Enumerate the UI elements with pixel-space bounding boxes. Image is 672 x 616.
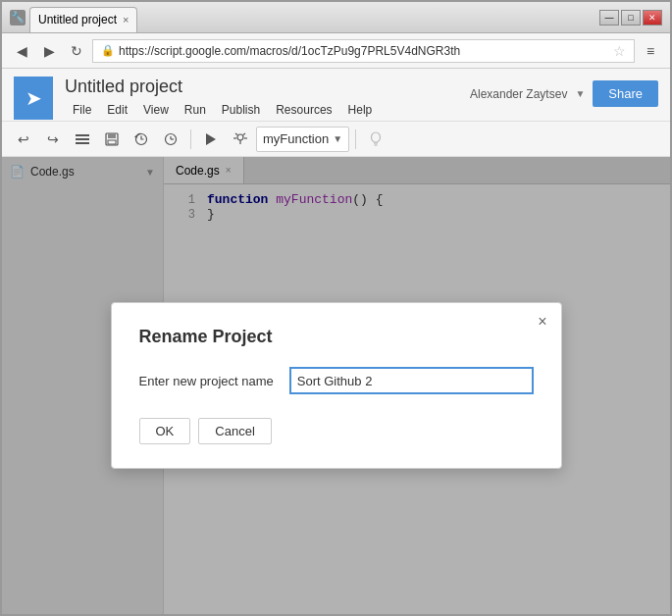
modal-label: Enter new project name (139, 374, 274, 388)
close-button[interactable]: ✕ (643, 10, 662, 26)
save-button[interactable] (98, 126, 126, 153)
ok-button[interactable]: OK (139, 418, 191, 444)
modal-close-button[interactable]: × (538, 313, 546, 331)
app-area: ➤ Untitled project File Edit View Run Pu… (2, 69, 670, 614)
tab-close-icon[interactable]: × (123, 14, 129, 26)
user-name: Alexander Zaytsev (470, 87, 567, 101)
address-bar[interactable]: 🔒 https://script.google.com/macros/d/1oc… (92, 39, 635, 63)
header-right: Alexander Zaytsev ▼ Share (470, 77, 658, 107)
toolbar: ↩ ↪ myFunction ▼ (2, 122, 670, 157)
modal-title: Rename Project (139, 327, 534, 347)
app-logo: ➤ (14, 77, 53, 120)
window-controls: — □ ✕ (599, 10, 662, 26)
svg-rect-0 (76, 134, 89, 136)
user-dropdown-icon[interactable]: ▼ (575, 88, 585, 99)
run-button[interactable] (197, 126, 225, 153)
svg-rect-2 (76, 142, 89, 144)
menu-publish[interactable]: Publish (214, 99, 268, 121)
maximize-button[interactable]: □ (621, 10, 641, 26)
app-title: Untitled project (65, 77, 470, 97)
menu-help[interactable]: Help (340, 99, 381, 121)
app-header: ➤ Untitled project File Edit View Run Pu… (2, 69, 670, 122)
svg-rect-5 (108, 140, 116, 144)
nav-bar: ◀ ▶ ↻ 🔒 https://script.google.com/macros… (2, 33, 670, 69)
lock-icon: 🔒 (101, 44, 115, 57)
undo-button[interactable]: ↩ (10, 126, 37, 153)
title-bar: 🔧 Untitled project × — □ ✕ (2, 2, 670, 33)
function-name: myFunction (263, 131, 329, 146)
toolbar-separator-2 (355, 129, 356, 149)
function-dropdown-icon: ▼ (333, 133, 342, 144)
svg-rect-4 (108, 133, 116, 138)
browser-window: 🔧 Untitled project × — □ ✕ ◀ ▶ ↻ 🔒 https… (0, 0, 672, 616)
back-button[interactable]: ◀ (10, 39, 33, 63)
project-name-input[interactable] (289, 367, 534, 394)
modal-buttons: OK Cancel (139, 418, 534, 444)
browser-icon: 🔧 (10, 10, 26, 26)
svg-marker-11 (206, 133, 216, 145)
modal-field: Enter new project name (139, 367, 534, 394)
toolbar-separator (190, 129, 191, 149)
svg-point-18 (372, 132, 381, 142)
more-button[interactable]: ≡ (639, 39, 662, 63)
debug-button[interactable] (227, 126, 254, 153)
list-button[interactable] (69, 126, 96, 153)
svg-line-17 (243, 133, 245, 135)
app-title-section: Untitled project File Edit View Run Publ… (65, 77, 470, 121)
function-selector[interactable]: myFunction ▼ (256, 127, 349, 152)
menu-file[interactable]: File (65, 99, 99, 121)
history-button[interactable] (128, 126, 155, 153)
svg-line-16 (235, 133, 237, 135)
menu-run[interactable]: Run (177, 99, 214, 121)
svg-point-12 (237, 134, 243, 140)
forward-button[interactable]: ▶ (37, 39, 61, 63)
menu-resources[interactable]: Resources (268, 99, 339, 121)
url-text: https://script.google.com/macros/d/1ocTz… (119, 44, 609, 58)
minimize-button[interactable]: — (599, 10, 619, 26)
browser-tab[interactable]: Untitled project × (29, 7, 137, 32)
menu-view[interactable]: View (135, 99, 177, 121)
rename-modal: × Rename Project Enter new project name … (111, 302, 562, 469)
star-icon: ☆ (613, 43, 626, 59)
redo-button[interactable]: ↪ (39, 126, 67, 153)
svg-rect-1 (76, 138, 89, 140)
reload-button[interactable]: ↻ (65, 39, 88, 63)
modal-overlay: × Rename Project Enter new project name … (2, 157, 670, 614)
ide-body: 📄 Code.gs ▼ Code.gs × 1 function myFunct (2, 157, 670, 614)
app-menu: File Edit View Run Publish Resources Hel… (65, 99, 470, 121)
clock-button[interactable] (157, 126, 184, 153)
tab-title: Untitled project (38, 13, 117, 26)
bulb-button[interactable] (362, 126, 389, 153)
cancel-button[interactable]: Cancel (198, 418, 271, 444)
menu-edit[interactable]: Edit (99, 99, 135, 121)
share-button[interactable]: Share (593, 80, 658, 107)
logo-arrow-icon: ➤ (26, 86, 42, 110)
